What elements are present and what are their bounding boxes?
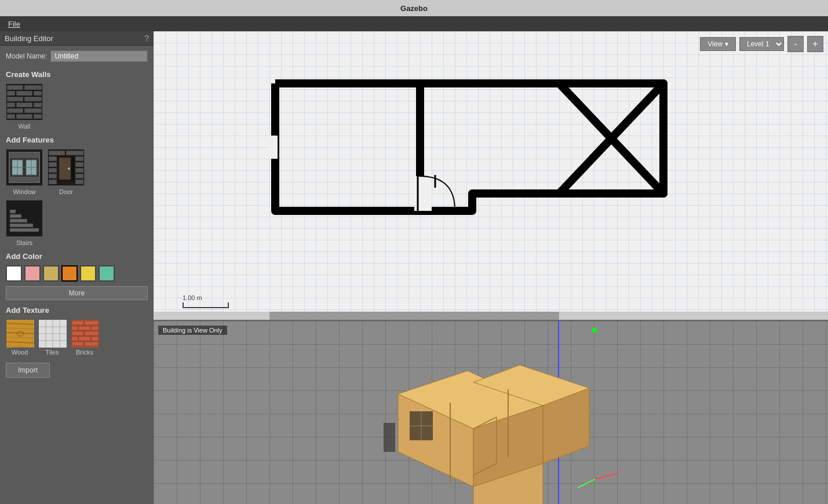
- svg-rect-67: [92, 326, 99, 330]
- svg-rect-9: [16, 103, 32, 107]
- menu-bar: File: [0, 16, 828, 31]
- bricks-texture-item[interactable]: Bricks: [71, 319, 99, 356]
- color-teal[interactable]: [99, 265, 115, 282]
- window-icon: [6, 149, 43, 186]
- color-tan[interactable]: [43, 265, 59, 282]
- more-colors-button[interactable]: More: [6, 286, 148, 300]
- svg-rect-4: [16, 91, 32, 96]
- wall-svg: [6, 84, 42, 120]
- svg-rect-68: [72, 331, 83, 335]
- left-panel: Building Editor ? Model Name: Create Wal…: [0, 31, 154, 504]
- panel-header: Building Editor ?: [0, 31, 154, 46]
- model-name-row: Model Name:: [0, 46, 154, 67]
- texture-row: Wood Tiles: [0, 317, 154, 358]
- view3d-area[interactable]: Building is View Only: [154, 321, 828, 504]
- right-area: View ▾ Level 1 Level 2 - +: [154, 31, 828, 504]
- svg-rect-35: [49, 168, 57, 173]
- create-walls-row: Wall: [0, 81, 154, 132]
- import-button[interactable]: Import: [6, 363, 50, 378]
- svg-rect-63: [72, 321, 83, 325]
- svg-rect-28: [49, 156, 57, 161]
- main-layout: Building Editor ? Model Name: Create Wal…: [0, 31, 828, 504]
- color-white[interactable]: [6, 265, 22, 282]
- bricks-texture-thumb: [71, 319, 99, 347]
- stairs-label: Stairs: [16, 239, 32, 246]
- stairs-tool[interactable]: Stairs: [6, 200, 43, 246]
- color-pink[interactable]: [24, 265, 41, 282]
- svg-rect-7: [24, 97, 42, 101]
- help-icon[interactable]: ?: [144, 34, 149, 43]
- svg-rect-37: [49, 174, 57, 178]
- stairs-row: Stairs: [0, 198, 154, 249]
- svg-rect-42: [10, 228, 39, 232]
- svg-rect-66: [79, 326, 90, 330]
- wall-label: Wall: [19, 123, 31, 130]
- svg-rect-29: [75, 156, 83, 161]
- file-menu[interactable]: File: [5, 19, 24, 30]
- tiles-label: Tiles: [46, 349, 59, 356]
- door-label: Door: [59, 188, 73, 195]
- svg-rect-43: [10, 224, 33, 227]
- svg-rect-38: [75, 174, 83, 178]
- svg-rect-2: [24, 85, 42, 90]
- add-features-row: Window: [0, 147, 154, 198]
- svg-rect-36: [75, 168, 83, 173]
- panel-title: Building Editor: [5, 34, 53, 43]
- bricks-label: Bricks: [76, 349, 93, 356]
- create-walls-title: Create Walls: [0, 67, 154, 81]
- color-orange[interactable]: [61, 265, 78, 282]
- svg-rect-5: [34, 91, 42, 96]
- tiles-texture-item[interactable]: Tiles: [38, 319, 66, 356]
- chevron-down-icon: ▾: [725, 40, 728, 48]
- level-select[interactable]: Level 1 Level 2: [739, 37, 784, 51]
- svg-rect-12: [24, 108, 42, 113]
- wood-label: Wood: [12, 349, 28, 356]
- svg-rect-14: [16, 114, 32, 119]
- model-name-input[interactable]: [50, 50, 148, 62]
- svg-rect-40: [75, 180, 83, 184]
- svg-rect-65: [72, 326, 78, 330]
- svg-rect-1: [7, 85, 23, 90]
- svg-point-32: [68, 167, 70, 170]
- view-only-badge: Building is View Only: [158, 326, 227, 335]
- model-name-label: Model Name:: [6, 52, 47, 60]
- color-yellow[interactable]: [80, 265, 96, 282]
- app-title: Gazebo: [400, 4, 428, 13]
- svg-rect-81: [269, 136, 278, 159]
- svg-rect-46: [10, 210, 16, 213]
- building-3d-svg: [381, 348, 601, 504]
- add-features-title: Add Features: [0, 132, 154, 147]
- axis-corner: [572, 468, 618, 492]
- green-axis-dot: [592, 328, 597, 333]
- zoom-in-button[interactable]: +: [807, 36, 823, 52]
- stairs-icon: [6, 200, 43, 237]
- blueprint-scrollbar[interactable]: [154, 312, 828, 320]
- tiles-texture-thumb: [38, 319, 66, 347]
- svg-rect-3: [7, 91, 15, 96]
- scale-line: [183, 302, 229, 308]
- window-tool[interactable]: Window: [6, 149, 43, 195]
- svg-rect-13: [7, 114, 15, 119]
- wood-texture-item[interactable]: Wood: [6, 319, 34, 356]
- svg-rect-91: [384, 423, 395, 452]
- scroll-thumb[interactable]: [269, 312, 559, 320]
- svg-rect-34: [75, 162, 83, 167]
- svg-rect-45: [10, 214, 21, 218]
- svg-rect-73: [72, 342, 83, 346]
- view-button[interactable]: View ▾: [700, 37, 736, 51]
- wood-texture-thumb: [6, 319, 34, 347]
- scale-bar: 1.00 m: [183, 294, 229, 308]
- window-label: Window: [13, 188, 35, 195]
- svg-rect-64: [85, 321, 99, 325]
- svg-rect-11: [7, 108, 23, 113]
- wall-tool[interactable]: Wall: [6, 83, 43, 130]
- svg-rect-33: [49, 162, 57, 167]
- svg-rect-44: [10, 219, 27, 222]
- add-color-title: Add Color: [0, 249, 154, 263]
- blueprint-area[interactable]: View ▾ Level 1 Level 2 - +: [154, 31, 828, 321]
- door-tool[interactable]: Door: [48, 149, 85, 195]
- zoom-out-button[interactable]: -: [787, 36, 804, 52]
- blueprint-toolbar: View ▾ Level 1 Level 2 - +: [700, 36, 823, 52]
- svg-rect-19: [9, 177, 39, 182]
- svg-rect-74: [85, 342, 99, 346]
